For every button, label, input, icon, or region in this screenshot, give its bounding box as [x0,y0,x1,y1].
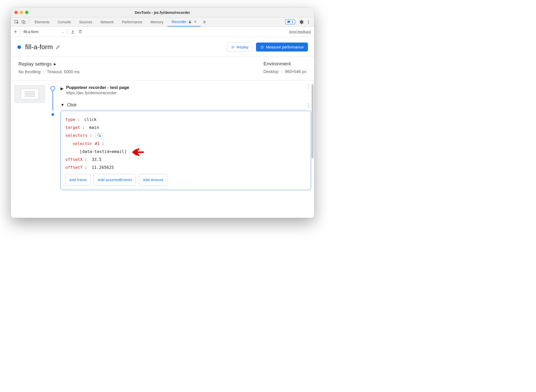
add-asserted-events-button[interactable]: Add assertedEvents [94,174,136,185]
timeline-node-step [51,113,54,116]
settings-row: Replay settings ▸ No throttling Timeout:… [11,57,314,80]
timeline-node-start [50,86,55,91]
step-navigate[interactable]: ▶ Puppeteer recorder - test page https:/… [60,85,311,95]
kebab-menu-icon[interactable] [305,18,312,26]
recording-title: fill-a-form [25,43,53,51]
recording-select[interactable]: fill-a-form ⌄ [24,30,64,34]
add-timeout-button[interactable]: Add timeout [139,174,167,185]
viewport-value: 960×546 px [285,69,306,74]
new-recording-icon[interactable]: + [14,28,17,35]
inspect-element-icon[interactable] [13,18,20,26]
throttling-value: No throttling [18,70,40,74]
step-click-header[interactable]: ▼ Click ⋮ [60,102,311,108]
step-url: https://jec.fyi/demo/recorder [66,91,129,95]
traffic-lights [11,11,28,14]
tab-network[interactable]: Network [96,17,118,27]
device-value: Desktop [263,69,279,74]
flask-icon [188,20,192,24]
caret-right-icon: ▸ [54,61,56,67]
settings-gear-icon[interactable] [298,18,305,26]
issues-badge[interactable]: 1 [285,19,295,24]
recording-indicator-icon [17,45,21,49]
scrollbar[interactable] [312,84,314,158]
recording-header: fill-a-form Replay Measure performance [11,37,314,57]
field-offsetx[interactable]: offsetX: 33.5 [65,156,306,163]
field-selectors[interactable]: selectors: [65,131,306,139]
more-tabs-icon[interactable] [201,18,208,26]
field-type[interactable]: type: click [65,116,306,123]
step-title: Puppeteer recorder - test page [66,85,129,90]
step-menu-icon[interactable]: ⋮ [306,85,311,88]
device-toolbar-icon[interactable] [20,18,27,26]
steps-panel: ▶ Puppeteer recorder - test page https:/… [11,80,314,218]
send-feedback-link[interactable]: Send feedback [289,30,311,34]
selector-1-value[interactable]: [data-testid=email] [65,148,306,156]
close-tab-icon[interactable]: × [194,19,197,24]
maximize-window-button[interactable] [25,11,28,14]
close-window-button[interactable] [14,11,18,14]
tab-elements[interactable]: Elements [30,17,54,27]
measure-performance-button[interactable]: Measure performance [256,43,308,51]
devtools-tabbar: Elements Console Sources Network Perform… [11,17,314,27]
titlebar: DevTools - jec.fyi/demo/recorder [11,8,314,17]
devtools-window: DevTools - jec.fyi/demo/recorder Element… [11,8,314,218]
edit-name-icon[interactable] [55,45,60,50]
minimize-window-button[interactable] [20,11,23,14]
selector-1-label[interactable]: selector #1: [65,140,306,148]
svg-point-4 [308,22,309,22]
tab-console[interactable]: Console [54,17,75,27]
tab-memory[interactable]: Memory [147,17,168,27]
annotation-arrow-icon [132,147,144,157]
delete-icon[interactable] [78,29,83,34]
chevron-down-icon: ⌄ [61,30,64,34]
step-click-label: Click [67,102,77,108]
svg-point-3 [308,20,309,21]
window-title: DevTools - jec.fyi/demo/recorder [11,11,314,15]
caret-down-icon: ▼ [60,103,65,107]
svg-point-6 [261,46,263,48]
tab-performance[interactable]: Performance [118,17,146,27]
replay-settings-toggle[interactable]: Replay settings ▸ [18,61,80,67]
replay-button[interactable]: Replay [227,43,253,51]
svg-point-5 [308,23,309,24]
step-menu-icon[interactable]: ⋮ [306,104,311,106]
pick-selector-icon[interactable] [96,133,103,138]
replay-button-label: Replay [237,45,249,49]
caret-right-icon: ▶ [60,86,64,91]
tab-recorder[interactable]: Recorder × [168,17,201,27]
timeout-value: Timeout: 5000 ms [47,70,79,74]
recorder-toolbar: + fill-a-form ⌄ Send feedback [11,27,314,37]
svg-rect-7 [98,134,100,136]
recording-select-value: fill-a-form [24,30,38,34]
page-thumbnail [14,85,45,103]
add-frame-button[interactable]: Add frame [65,174,91,185]
field-offsety[interactable]: offsetY: 11.265625 [65,163,306,171]
export-icon[interactable] [70,29,75,34]
measure-button-label: Measure performance [266,45,304,49]
issues-count: 1 [292,20,293,24]
tab-sources[interactable]: Sources [75,17,96,27]
tab-recorder-label: Recorder [172,20,187,24]
field-target[interactable]: target: main [65,123,306,131]
environment-label: Environment [263,61,306,67]
svg-rect-2 [24,21,25,24]
step-editor: type: click target: main selectors: sele… [60,111,311,190]
